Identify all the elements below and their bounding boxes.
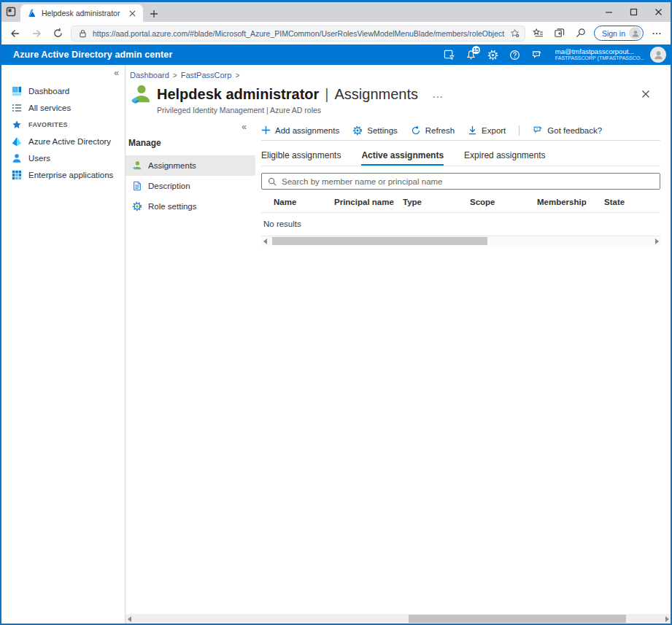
- sidebar-collapse-icon[interactable]: «: [1, 68, 125, 82]
- enterprise-applications-icon: [11, 169, 22, 180]
- blade-menu-collapse-icon[interactable]: «: [125, 122, 255, 135]
- directory-filter-icon[interactable]: [440, 45, 459, 64]
- blade-main: Add assignments Settings Refresh Ex: [261, 122, 671, 624]
- scroll-track[interactable]: [269, 236, 653, 246]
- blade-content-area: Dashboard>FastPassCorp> Helpdesk adminis…: [125, 65, 671, 624]
- account-name: ma@tmfastpasscorpout...: [555, 48, 644, 56]
- sidebar-item-label: Azure Active Directory: [28, 137, 111, 146]
- browser-essentials-icon[interactable]: [573, 26, 589, 42]
- column-header-type[interactable]: Type: [403, 198, 470, 206]
- export-label: Export: [482, 126, 506, 135]
- favorites-star-icon: [11, 119, 22, 130]
- scroll-right-icon[interactable]: [653, 236, 660, 246]
- search-input[interactable]: [282, 177, 655, 186]
- tab-close-icon[interactable]: [125, 7, 139, 20]
- column-header-scope[interactable]: Scope: [470, 198, 537, 206]
- breadcrumb-separator-icon: >: [173, 71, 177, 79]
- breadcrumb-fastpasscorp-link[interactable]: FastPassCorp: [181, 71, 232, 79]
- breadcrumb-dashboard-link[interactable]: Dashboard: [130, 71, 169, 79]
- blade-menu: « Manage Assignments Description: [125, 122, 255, 624]
- scroll-left-icon[interactable]: [261, 236, 269, 246]
- toolbar-divider: [519, 125, 520, 136]
- browser-window: Helpdesk administrator - Azure A: [0, 0, 672, 625]
- column-header-state[interactable]: State: [604, 198, 660, 206]
- role-settings-gear-icon: [131, 201, 142, 212]
- sidebar-item-users[interactable]: Users: [1, 150, 125, 166]
- refresh-button[interactable]: Refresh: [411, 125, 455, 136]
- feedback-icon[interactable]: [528, 45, 547, 64]
- browser-navbar: https://aad.portal.azure.com/#blade/Micr…: [1, 22, 671, 44]
- more-options-icon[interactable]: ...: [433, 88, 444, 100]
- minimize-icon[interactable]: [596, 2, 621, 22]
- portal-title: Azure Active Directory admin center: [13, 50, 172, 60]
- add-assignments-label: Add assignments: [275, 126, 339, 135]
- back-icon[interactable]: [7, 26, 23, 42]
- account-avatar-icon[interactable]: [650, 47, 666, 63]
- refresh-icon[interactable]: [50, 26, 66, 42]
- breadcrumb: Dashboard>FastPassCorp>: [125, 65, 671, 79]
- sidebar-item-enterprise-applications[interactable]: Enterprise applications: [1, 166, 125, 183]
- tab-eligible-assignments[interactable]: Eligible assignments: [261, 150, 341, 166]
- page-subtitle: Privileged Identity Management | Azure A…: [125, 105, 671, 114]
- search-icon: [266, 176, 277, 187]
- account-info[interactable]: ma@tmfastpasscorpout... FASTPASSCORP (TM…: [555, 48, 644, 62]
- sign-in-button[interactable]: Sign in: [594, 26, 644, 41]
- azure-favicon-icon: [26, 8, 37, 19]
- got-feedback-button[interactable]: Got feedback?: [533, 125, 602, 136]
- window-close-icon[interactable]: [646, 2, 671, 22]
- forward-icon[interactable]: [28, 26, 45, 42]
- tab-active-assignments[interactable]: Active assignments: [361, 150, 444, 166]
- window-controls: [596, 2, 671, 22]
- scroll-left-icon[interactable]: [125, 614, 133, 624]
- menu-item-role-settings[interactable]: Role settings: [125, 196, 255, 217]
- sidebar-item-label: Enterprise applications: [28, 171, 113, 179]
- search-box[interactable]: [261, 173, 660, 190]
- favorites-hub-icon[interactable]: [530, 26, 547, 42]
- users-icon: [11, 152, 22, 163]
- table-horizontal-scrollbar[interactable]: [261, 236, 660, 246]
- notification-badge: 15: [472, 46, 480, 54]
- sign-in-label: Sign in: [602, 29, 625, 38]
- tab-actions-icon[interactable]: [1, 2, 20, 21]
- scroll-thumb[interactable]: [272, 237, 487, 245]
- sidebar-item-dashboard[interactable]: Dashboard: [1, 82, 125, 99]
- dashboard-icon: [11, 85, 22, 96]
- sidebar-item-azure-active-directory[interactable]: Azure Active Directory: [1, 133, 125, 150]
- close-blade-icon[interactable]: [638, 87, 653, 101]
- settings-label: Settings: [367, 126, 398, 135]
- url-text: https://aad.portal.azure.com/#blade/Micr…: [93, 29, 505, 38]
- notifications-bell-icon[interactable]: 15: [462, 45, 481, 64]
- menu-item-description[interactable]: Description: [125, 176, 255, 196]
- help-icon[interactable]: [506, 45, 525, 64]
- scroll-thumb[interactable]: [409, 615, 626, 623]
- column-header-membership[interactable]: Membership: [537, 198, 604, 206]
- sign-in-avatar-icon: [629, 27, 641, 39]
- add-assignments-button[interactable]: Add assignments: [261, 125, 339, 135]
- new-tab-icon[interactable]: [147, 7, 161, 20]
- menu-item-assignments[interactable]: Assignments: [125, 155, 255, 176]
- scroll-right-icon[interactable]: [663, 614, 671, 624]
- page-title-section: Assignments: [335, 86, 419, 102]
- title-separator: |: [325, 86, 328, 102]
- column-header-name[interactable]: Name: [261, 198, 334, 206]
- column-header-principal-name[interactable]: Principal name: [334, 198, 403, 206]
- tab-expired-assignments[interactable]: Expired assignments: [464, 150, 545, 166]
- browser-tab[interactable]: Helpdesk administrator - Azure A: [20, 4, 143, 22]
- empty-results-message: No results: [261, 213, 660, 236]
- address-bar[interactable]: https://aad.portal.azure.com/#blade/Micr…: [71, 26, 525, 42]
- collections-icon[interactable]: [552, 26, 568, 42]
- page-title-role: Helpdesk administrator: [157, 86, 319, 102]
- command-bar: Add assignments Settings Refresh Ex: [261, 122, 660, 141]
- blade-horizontal-scrollbar[interactable]: [125, 614, 671, 624]
- blade-menu-header: Manage: [125, 135, 255, 155]
- tab-title: Helpdesk administrator - Azure A: [42, 9, 121, 18]
- scroll-track[interactable]: [133, 614, 663, 624]
- maximize-icon[interactable]: [621, 2, 646, 22]
- all-services-icon: [11, 102, 22, 113]
- settings-button[interactable]: Settings: [352, 125, 398, 136]
- add-favorite-star-icon[interactable]: [509, 28, 520, 39]
- browser-menu-icon[interactable]: [649, 26, 665, 42]
- sidebar-item-all-services[interactable]: All services: [1, 99, 125, 116]
- settings-gear-icon[interactable]: [484, 45, 503, 64]
- export-button[interactable]: Export: [468, 125, 506, 135]
